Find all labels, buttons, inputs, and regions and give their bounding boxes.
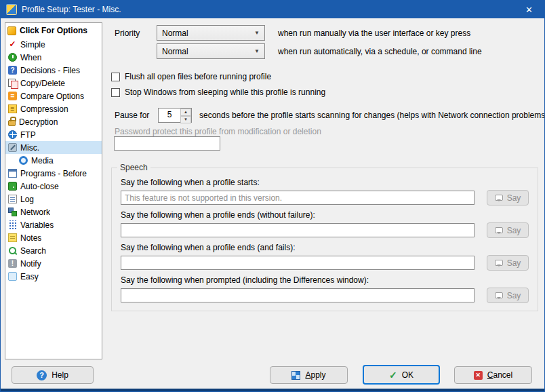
sidebar-item-label: Auto-close (20, 182, 59, 191)
sidebar-item-decisions-files[interactable]: Decisions - Files (5, 64, 102, 77)
sidebar-header-label: Click For Options (20, 26, 87, 35)
sidebar-item-label: Network (20, 208, 50, 217)
password-field[interactable] (114, 136, 220, 151)
sidebar-item-network[interactable]: Network (5, 205, 102, 218)
sidebar-item-media[interactable]: Media (5, 154, 102, 167)
close-icon[interactable]: ✕ (514, 1, 544, 18)
media-icon (19, 156, 28, 165)
sidebar-item-auto-close[interactable]: Auto-close (5, 180, 102, 193)
ok-button[interactable]: OK (363, 365, 440, 385)
profile-setup-dialog: Profile Setup: Tester - Misc. ✕ Click Fo… (0, 0, 545, 392)
decisions-icon (8, 66, 17, 75)
sidebar-item-decryption[interactable]: Decryption (5, 115, 102, 128)
notes-icon (8, 233, 17, 242)
say-prompted-button[interactable]: Say (487, 288, 529, 303)
sidebar-item-ftp[interactable]: FTP (5, 128, 102, 141)
say-button-label: Say (507, 226, 521, 235)
pause-for-label: Pause for (115, 111, 149, 120)
sidebar-item-label: Misc. (20, 143, 39, 153)
chevron-down-icon: ▼ (254, 48, 260, 54)
speech-group-title: Speech (117, 163, 150, 172)
sidebar-item-simple[interactable]: Simple (5, 38, 102, 51)
ok-button-label: OK (402, 370, 413, 380)
sidebar-item-label: Copy/Delete (20, 79, 65, 88)
help-icon (37, 370, 47, 380)
speech-end-fail-input[interactable] (121, 256, 475, 270)
sidebar-item-misc[interactable]: Misc. (5, 141, 102, 154)
sidebar-item-variables[interactable]: Variables (5, 218, 102, 231)
notify-icon (8, 259, 17, 268)
app-icon[interactable] (6, 4, 17, 15)
sidebar-item-log[interactable]: Log (5, 193, 102, 205)
apply-button[interactable]: Apply (270, 366, 348, 384)
title-bar[interactable]: Profile Setup: Tester - Misc. ✕ (1, 1, 544, 18)
sidebar-item-label: When (20, 53, 41, 62)
password-protect-label: Password protect this profile from modif… (115, 127, 321, 136)
simple-icon (8, 40, 17, 49)
sidebar-item-label: Variables (20, 220, 54, 230)
pause-desc: seconds before the profile starts scanni… (199, 111, 545, 120)
say-start-button[interactable]: Say (487, 190, 529, 205)
flush-files-label[interactable]: Flush all open files before running prof… (125, 72, 271, 81)
speech-start-label: Say the following when a profile starts: (121, 178, 260, 187)
stop-sleep-row: Stop Windows from sleeping while this pr… (111, 87, 325, 98)
say-button-label: Say (507, 291, 521, 300)
priority-manual-desc: when run manually via the user interface… (278, 28, 470, 38)
help-button[interactable]: Help (12, 366, 94, 384)
programs-icon (8, 169, 17, 178)
speech-end-fail-label: Say the following when a profile ends (a… (121, 243, 295, 252)
sidebar-item-notify[interactable]: Notify (5, 257, 102, 270)
options-list: Click For Options Simple When Decisions … (5, 22, 102, 359)
ok-check-icon (389, 370, 397, 380)
misc-icon (8, 143, 17, 152)
window-title: Profile Setup: Tester - Misc. (22, 5, 121, 14)
sidebar-item-label: Log (20, 195, 34, 204)
sidebar-item-compare-options[interactable]: Compare Options (5, 90, 102, 102)
pause-seconds-value[interactable]: 5 (159, 109, 180, 122)
priority-manual-select[interactable]: Normal ▼ (157, 25, 265, 41)
help-button-label: Help (52, 370, 68, 380)
sidebar-item-programs-before[interactable]: Programs - Before (5, 167, 102, 180)
sidebar-item-label: Decryption (19, 117, 58, 127)
apply-icon (291, 371, 300, 380)
cancel-button[interactable]: Cancel (454, 366, 532, 384)
speech-bubble-icon (495, 227, 503, 233)
priority-label: Priority (115, 28, 140, 38)
decryption-icon (8, 120, 16, 126)
flush-files-checkbox[interactable] (111, 73, 120, 81)
sidebar-item-label: Simple (20, 40, 45, 50)
sidebar-item-label: Programs - Before (20, 169, 87, 178)
cancel-button-label: Cancel (487, 370, 512, 380)
stop-sleep-checkbox[interactable] (111, 88, 120, 97)
say-end-fail-button[interactable]: Say (487, 255, 529, 271)
say-end-ok-button[interactable]: Say (487, 222, 529, 238)
apply-button-label: Apply (305, 370, 325, 380)
priority-auto-desc: when run automatically, via a schedule, … (278, 47, 482, 56)
sidebar-item-notes[interactable]: Notes (5, 231, 102, 244)
chevron-down-icon: ▼ (254, 30, 260, 36)
speech-bubble-icon (495, 195, 503, 201)
sidebar-item-easy[interactable]: Easy (5, 270, 102, 283)
sidebar-item-search[interactable]: Search (5, 244, 102, 257)
sidebar-item-label: Media (31, 156, 54, 165)
when-icon (8, 53, 17, 62)
speech-end-ok-input[interactable] (121, 223, 475, 237)
speech-group: Speech Say the following when a profile … (111, 168, 538, 311)
speech-prompted-input[interactable] (121, 288, 475, 302)
sidebar-item-when[interactable]: When (5, 51, 102, 64)
stepper-up-icon[interactable]: ▲ (180, 109, 191, 116)
variables-icon (8, 220, 17, 229)
search-icon (8, 246, 17, 255)
sidebar-item-label: Compare Options (20, 92, 84, 101)
window-bottom-border (1, 389, 544, 391)
sidebar-item-copy-delete[interactable]: Copy/Delete (5, 77, 102, 90)
pause-seconds-stepper[interactable]: 5 ▲ ▼ (158, 108, 192, 123)
sidebar-item-compression[interactable]: Compression (5, 102, 102, 115)
speech-start-input[interactable] (121, 191, 475, 205)
stop-sleep-label[interactable]: Stop Windows from sleeping while this pr… (125, 87, 325, 97)
speech-end-ok-label: Say the following when a profile ends (w… (121, 210, 315, 220)
priority-auto-select[interactable]: Normal ▼ (157, 43, 265, 59)
copy-delete-icon (8, 79, 17, 87)
sidebar-item-label: Notes (20, 233, 41, 243)
stepper-down-icon[interactable]: ▼ (180, 116, 191, 123)
